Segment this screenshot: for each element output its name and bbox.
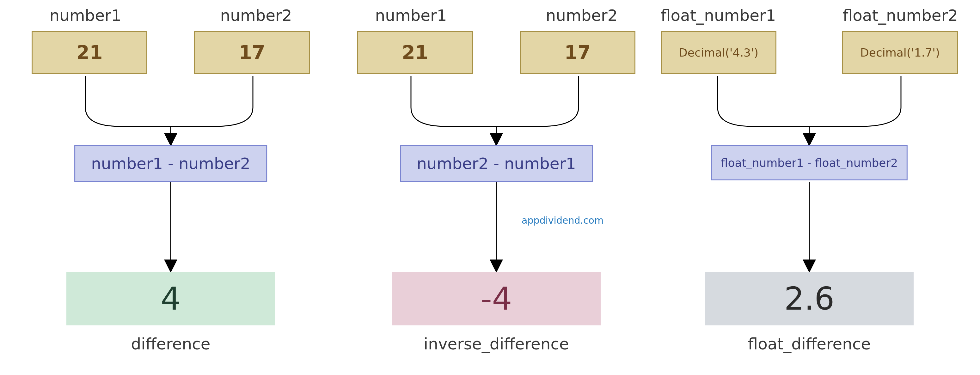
result-box: 2.6 bbox=[705, 272, 913, 326]
panel-difference: number1 number2 21 17 number1 - number2 … bbox=[13, 0, 329, 375]
diagram-stage: number1 number2 21 17 number1 - number2 … bbox=[0, 0, 980, 375]
input-boxes: 21 17 bbox=[13, 25, 329, 74]
input-boxes: Decimal('4.3') Decimal('1.7') bbox=[651, 25, 967, 74]
input-labels: number1 number2 bbox=[338, 0, 654, 25]
panel-inverse-difference: number1 number2 21 17 number2 - number1 … bbox=[338, 0, 654, 375]
input-left-value: Decimal('4.3') bbox=[661, 31, 776, 74]
input-boxes: 21 17 bbox=[338, 25, 654, 74]
watermark-text: appdividend.com bbox=[522, 215, 603, 226]
result-label: difference bbox=[13, 335, 329, 353]
operation-box: number1 - number2 bbox=[74, 145, 267, 182]
input-left-value: 21 bbox=[32, 31, 147, 74]
result-box: -4 bbox=[392, 272, 601, 326]
input-right-value: 17 bbox=[194, 31, 310, 74]
input-right-label: number2 bbox=[208, 6, 304, 25]
result-box: 4 bbox=[67, 272, 275, 326]
result-label: float_difference bbox=[651, 335, 967, 353]
input-left-label: number1 bbox=[364, 6, 458, 25]
input-right-value: 17 bbox=[520, 31, 635, 74]
input-labels: number1 number2 bbox=[13, 0, 329, 25]
input-left-label: float_number1 bbox=[661, 6, 776, 25]
input-left-label: number1 bbox=[38, 6, 133, 25]
operation-box: float_number1 - float_number2 bbox=[711, 145, 908, 180]
input-right-label: float_number2 bbox=[843, 6, 958, 25]
result-label: inverse_difference bbox=[338, 335, 654, 353]
input-right-value: Decimal('1.7') bbox=[842, 31, 958, 74]
input-left-value: 21 bbox=[357, 31, 473, 74]
input-right-label: number2 bbox=[534, 6, 629, 25]
panel-float-difference: float_number1 float_number2 Decimal('4.3… bbox=[651, 0, 967, 375]
input-labels: float_number1 float_number2 bbox=[651, 0, 967, 25]
operation-box: number2 - number1 bbox=[400, 145, 593, 182]
